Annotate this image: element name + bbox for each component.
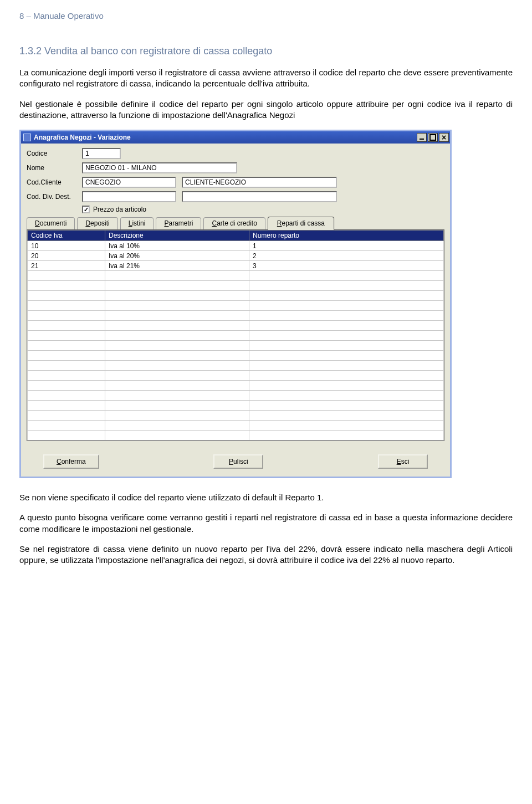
- paragraph-1: La comunicazione degli importi verso il …: [19, 67, 513, 90]
- paragraph-5: Se nel registratore di cassa viene defin…: [19, 544, 513, 566]
- divdest-desc-input[interactable]: [182, 191, 337, 202]
- close-button[interactable]: [439, 133, 449, 142]
- table-row[interactable]: [28, 351, 444, 361]
- table-row[interactable]: [28, 321, 444, 331]
- coddivdest-input[interactable]: [82, 191, 176, 202]
- prezzo-da-articolo-checkbox[interactable]: ✓: [82, 206, 90, 213]
- col-header-1[interactable]: Descrizione: [105, 231, 249, 241]
- nome-label: Nome: [27, 164, 82, 172]
- table-row[interactable]: 21Iva al 21%3: [28, 261, 444, 271]
- nome-input[interactable]: NEGOZIO 01 - MILANO: [82, 162, 237, 173]
- section-title: 1.3.2 Vendita al banco con registratore …: [19, 45, 513, 57]
- tab-3[interactable]: Parametri: [156, 217, 201, 231]
- titlebar: Anagrafica Negozi - Variazione: [21, 131, 450, 144]
- page-header: 8 – Manuale Operativo: [19, 11, 513, 21]
- table-row[interactable]: [28, 431, 444, 441]
- tab-1[interactable]: Depositi: [77, 217, 117, 231]
- conferma-button[interactable]: Conferma: [43, 454, 99, 469]
- paragraph-4: A questo punto bisogna verificare come v…: [19, 512, 513, 535]
- esci-button[interactable]: Esci: [378, 454, 428, 469]
- col-header-0[interactable]: Codice Iva: [28, 231, 105, 241]
- table-row[interactable]: [28, 341, 444, 351]
- tabs: DocumentiDepositiListiniParametriCarte d…: [27, 217, 444, 230]
- app-icon: [23, 134, 31, 141]
- coddivdest-label: Cod. Div. Dest.: [27, 193, 82, 201]
- reparti-table: Codice IvaDescrizioneNumero reparto 10Iv…: [27, 229, 444, 441]
- codcliente-label: Cod.Cliente: [27, 178, 82, 186]
- table-row[interactable]: 10Iva al 10%1: [28, 241, 444, 251]
- table-row[interactable]: 20Iva al 20%2: [28, 251, 444, 261]
- tab-2[interactable]: Listini: [120, 217, 154, 231]
- tab-5[interactable]: Reparti di cassa: [268, 217, 334, 230]
- paragraph-3: Se non viene specificato il codice del r…: [19, 492, 513, 503]
- table-row[interactable]: [28, 361, 444, 371]
- tab-0[interactable]: Documenti: [27, 217, 75, 231]
- table-row[interactable]: [28, 311, 444, 321]
- table-row[interactable]: [28, 281, 444, 291]
- codice-input[interactable]: 1: [82, 148, 121, 159]
- table-row[interactable]: [28, 391, 444, 401]
- table-row[interactable]: [28, 371, 444, 381]
- pulisci-button[interactable]: Pulisci: [213, 454, 263, 469]
- paragraph-2: Nel gestionale è possibile definire il c…: [19, 99, 513, 121]
- col-header-2[interactable]: Numero reparto: [249, 231, 444, 241]
- table-row[interactable]: [28, 411, 444, 421]
- minimize-button[interactable]: [417, 133, 427, 142]
- table-row[interactable]: [28, 301, 444, 311]
- codcliente-input[interactable]: CNEGOZIO: [82, 177, 176, 188]
- table-row[interactable]: [28, 381, 444, 391]
- window-title: Anagrafica Negozi - Variazione: [34, 134, 131, 141]
- table-row[interactable]: [28, 291, 444, 301]
- codice-label: Codice: [27, 150, 82, 157]
- maximize-button[interactable]: [428, 133, 438, 142]
- table-row[interactable]: [28, 331, 444, 341]
- table-row[interactable]: [28, 401, 444, 411]
- prezzo-da-articolo-label: Prezzo da articolo: [93, 206, 146, 213]
- table-row[interactable]: [28, 271, 444, 281]
- tab-4[interactable]: Carte di credito: [203, 217, 265, 231]
- app-window: Anagrafica Negozi - Variazione Codice 1 …: [19, 130, 452, 478]
- cliente-desc-input[interactable]: CLIENTE-NEGOZIO: [182, 177, 337, 188]
- table-row[interactable]: [28, 421, 444, 431]
